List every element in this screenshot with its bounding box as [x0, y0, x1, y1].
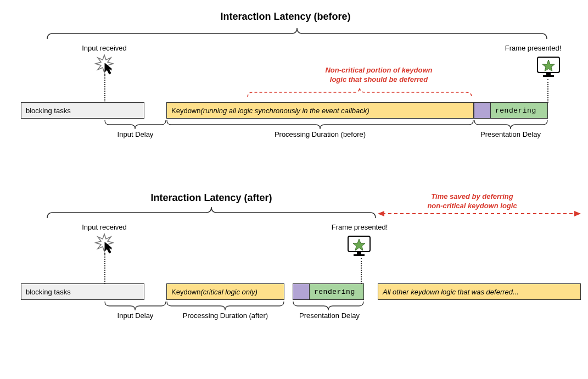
rendering-block-after: rendering — [309, 283, 364, 300]
rendering-block: rendering — [490, 102, 548, 119]
keydown-block-after: Keydown (critical logic only) — [166, 283, 284, 300]
blocking-label-after: blocking tasks — [26, 288, 71, 296]
svg-marker-6 — [378, 211, 384, 216]
processing-label-after: Processing Duration (after) — [166, 311, 284, 320]
before-top-brace — [47, 27, 547, 40]
rendering-label: rendering — [495, 107, 536, 115]
keydown-block: Keydown (running all logic synchronously… — [166, 102, 474, 119]
deferred-block: All other keydown logic that was deferre… — [378, 283, 581, 300]
red-line2: logic that should be deferred — [330, 75, 428, 83]
frame-dotted-line — [547, 79, 548, 103]
input-delay-brace — [104, 120, 166, 130]
svg-rect-11 — [357, 252, 361, 254]
frame-presented-label: Frame presented! — [495, 44, 572, 52]
blocking-label: blocking tasks — [26, 107, 71, 115]
frame-dotted-line-after — [361, 258, 362, 284]
input-dotted-line-after — [104, 253, 105, 284]
svg-marker-7 — [574, 211, 581, 216]
red-annotation-after: Time saved by deferring non-critical key… — [401, 192, 544, 211]
after-title: Interaction Latency (after) — [47, 192, 376, 204]
cursor-icon-after — [104, 242, 114, 256]
input-dotted-line — [104, 74, 105, 103]
input-delay-label-after: Input Delay — [104, 311, 166, 320]
deferred-label: All other keydown logic that was deferre… — [383, 288, 519, 296]
presentation-brace-after — [293, 301, 364, 311]
purple-block — [474, 102, 490, 119]
input-received-label-after: Input received — [77, 223, 132, 231]
presentation-label: Presentation Delay — [461, 130, 560, 138]
input-delay-brace-after — [104, 301, 166, 311]
input-delay-label: Input Delay — [104, 130, 166, 138]
input-received-label: Input received — [77, 44, 132, 52]
keydown-detail: (running all logic synchronously in the … — [200, 107, 369, 115]
svg-rect-12 — [354, 254, 365, 256]
svg-rect-4 — [543, 75, 554, 77]
monitor-icon-after — [346, 234, 372, 260]
svg-rect-3 — [546, 73, 551, 75]
rendering-label-after: rendering — [314, 288, 355, 296]
red-annotation-before: Non-critical portion of keydown logic th… — [302, 66, 456, 85]
after-top-brace — [47, 207, 376, 219]
keydown-prefix: Keydown — [171, 107, 200, 115]
processing-brace-after — [166, 301, 284, 311]
processing-brace — [166, 120, 474, 130]
monitor-icon — [535, 55, 562, 81]
red-after-line1: Time saved by deferring — [431, 192, 513, 200]
presentation-label-after: Presentation Delay — [285, 311, 373, 320]
before-title: Interaction Latency (before) — [22, 11, 549, 23]
processing-label: Processing Duration (before) — [166, 130, 474, 138]
blocking-tasks-block-after: blocking tasks — [21, 283, 144, 300]
time-saved-arrow — [378, 213, 581, 214]
blocking-tasks-block: blocking tasks — [21, 102, 144, 119]
cursor-icon — [104, 63, 114, 77]
red-dashed-brace — [247, 87, 472, 98]
after-section: Interaction Latency (after) Time saved b… — [16, 192, 572, 346]
before-timeline: blocking tasks Keydown (running all logi… — [21, 102, 548, 119]
red-line1: Non-critical portion of keydown — [325, 66, 432, 74]
keydown-prefix-after: Keydown — [171, 288, 200, 296]
purple-block-after — [293, 283, 309, 300]
after-timeline: blocking tasks Keydown (critical logic o… — [21, 283, 581, 300]
red-after-line2: non-critical keydown logic — [427, 202, 517, 210]
presentation-brace — [474, 120, 548, 130]
before-section: Interaction Latency (before) Input recei… — [16, 11, 572, 154]
keydown-detail-after: (critical logic only) — [200, 288, 257, 296]
frame-presented-label-after: Frame presented! — [321, 223, 398, 231]
